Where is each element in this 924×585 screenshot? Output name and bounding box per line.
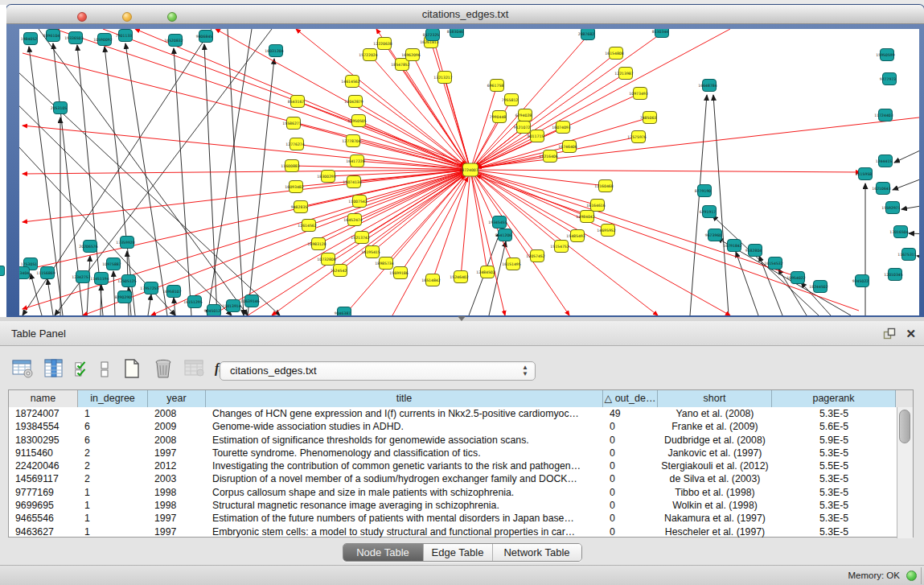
table-cell[interactable]: 49 bbox=[603, 407, 658, 420]
table-cell[interactable]: 5.3E-5 bbox=[772, 512, 896, 525]
table-cell[interactable]: 22420046 bbox=[9, 459, 78, 472]
table-cell[interactable]: Investigating the contribution of common… bbox=[206, 459, 603, 472]
table-row[interactable]: 1456911722003Disruption of a novel membe… bbox=[9, 472, 897, 485]
table-cell[interactable]: 2 bbox=[78, 459, 148, 472]
table-cell[interactable]: 5.5E-5 bbox=[772, 459, 896, 472]
table-cell[interactable]: 9777169 bbox=[9, 486, 78, 499]
table-cell[interactable]: 2008 bbox=[148, 407, 206, 420]
tab-node-table[interactable]: Node Table bbox=[343, 544, 424, 561]
window-minimize-button[interactable] bbox=[122, 12, 132, 22]
table-cell[interactable]: 1998 bbox=[148, 499, 206, 512]
table-cell[interactable]: 1998 bbox=[148, 486, 206, 499]
table-cell[interactable]: 9699695 bbox=[9, 499, 78, 512]
select-all-checks-button[interactable] bbox=[74, 357, 88, 380]
table-cell[interactable]: Tibbo et al. (1998) bbox=[658, 486, 772, 499]
table-row[interactable]: 946362711997Embryonic stem cells: a mode… bbox=[9, 525, 897, 538]
table-cell[interactable]: Embryonic stem cells: a model to study s… bbox=[206, 525, 603, 538]
table-cell[interactable]: 0 bbox=[603, 420, 658, 433]
table-cell[interactable]: 2 bbox=[78, 472, 148, 485]
table-cell[interactable]: Corpus callosum shape and size in male p… bbox=[206, 486, 603, 499]
table-row[interactable]: 977716911998Corpus callosum shape and si… bbox=[9, 486, 897, 499]
table-cell[interactable]: 2012 bbox=[148, 459, 206, 472]
close-panel-icon[interactable]: ✕ bbox=[906, 328, 916, 340]
combo-stepper-icon[interactable]: ▲▼ bbox=[522, 365, 528, 377]
table-cell[interactable]: 5.6E-5 bbox=[772, 420, 896, 433]
table-cell[interactable]: 0 bbox=[603, 434, 658, 447]
table-cell[interactable]: 19384554 bbox=[9, 420, 78, 433]
scrollbar-thumb[interactable] bbox=[899, 410, 910, 443]
table-row[interactable]: 2242004622012Investigating the contribut… bbox=[9, 459, 897, 472]
table-cell[interactable]: 5.3E-5 bbox=[772, 407, 896, 420]
window-titlebar[interactable]: citations_edges.txt bbox=[6, 5, 924, 24]
table-cell[interactable]: 6 bbox=[78, 420, 148, 433]
tab-network-table[interactable]: Network Table bbox=[493, 544, 581, 561]
table-mode-button[interactable] bbox=[11, 357, 34, 380]
table-cell[interactable]: Yano et al. (2008) bbox=[658, 407, 772, 420]
network-graph[interactable]: 8543167155862711277627411600883160934829… bbox=[19, 29, 919, 315]
window-zoom-button[interactable] bbox=[167, 12, 177, 22]
window-close-button[interactable] bbox=[77, 12, 87, 22]
table-cell[interactable]: 5.9E-5 bbox=[772, 434, 896, 447]
table-row[interactable]: 1938455462009Genome-wide association stu… bbox=[9, 420, 897, 433]
column-header-short[interactable]: short bbox=[658, 390, 772, 407]
show-columns-button[interactable] bbox=[43, 357, 65, 380]
table-cell[interactable]: Jankovic et al. (1997) bbox=[658, 447, 772, 459]
table-cell[interactable]: 0 bbox=[603, 472, 658, 485]
table-cell[interactable]: de Silva et al. (2003) bbox=[658, 472, 772, 485]
table-cell[interactable]: Genome-wide association studies in ADHD. bbox=[206, 420, 603, 433]
table-cell[interactable]: Structural magnetic resonance image aver… bbox=[206, 499, 603, 512]
table-cell[interactable]: 2009 bbox=[148, 420, 206, 433]
float-panel-icon[interactable] bbox=[883, 328, 896, 340]
table-cell[interactable]: 2008 bbox=[148, 434, 206, 447]
table-cell[interactable]: 5.3E-5 bbox=[772, 525, 896, 538]
network-canvas[interactable]: 8543167155862711277627411600883160934829… bbox=[19, 29, 919, 315]
table-cell[interactable]: 6 bbox=[78, 434, 148, 447]
table-cell[interactable]: 5.3E-5 bbox=[772, 486, 896, 499]
table-cell[interactable]: 18724007 bbox=[9, 407, 78, 420]
table-row[interactable]: 1872400712008Changes of HCN gene express… bbox=[9, 407, 897, 420]
table-row[interactable]: 1830029562008Estimation of significance … bbox=[9, 434, 897, 447]
vertical-scrollbar[interactable] bbox=[897, 407, 913, 538]
column-header-pagerank[interactable]: pagerank bbox=[772, 390, 896, 407]
table-cell[interactable]: 9463627 bbox=[9, 525, 78, 538]
table-cell[interactable]: 0 bbox=[603, 525, 658, 538]
table-cell[interactable]: 5.3E-5 bbox=[772, 472, 896, 485]
table-cell[interactable]: 1 bbox=[78, 512, 148, 525]
table-cell[interactable]: Wolkin et al. (1998) bbox=[658, 499, 772, 512]
delete-column-button[interactable] bbox=[152, 357, 175, 380]
table-cell[interactable]: 2003 bbox=[148, 472, 206, 485]
table-cell[interactable]: 0 bbox=[603, 447, 658, 459]
table-cell[interactable]: 9465546 bbox=[9, 512, 78, 525]
column-header-year[interactable]: year bbox=[148, 390, 206, 407]
table-cell[interactable]: Franke et al. (2009) bbox=[658, 420, 772, 433]
table-cell[interactable]: Disruption of a novel member of a sodium… bbox=[206, 472, 603, 485]
table-row[interactable]: 946554611997Estimation of the future num… bbox=[9, 512, 897, 525]
table-cell[interactable]: 0 bbox=[603, 486, 658, 499]
deselect-checks-button[interactable] bbox=[97, 357, 112, 380]
table-cell[interactable]: Hescheler et al. (1997) bbox=[658, 525, 772, 538]
table-cell[interactable]: Estimation of significance thresholds fo… bbox=[206, 434, 603, 447]
table-cell[interactable]: 1997 bbox=[148, 525, 206, 538]
table-cell[interactable]: 1997 bbox=[148, 447, 206, 459]
table-cell[interactable]: 0 bbox=[603, 512, 658, 525]
table-cell[interactable]: 1 bbox=[78, 525, 148, 538]
table-cell[interactable]: 0 bbox=[603, 499, 658, 512]
tab-edge-table[interactable]: Edge Table bbox=[424, 544, 493, 561]
table-cell[interactable]: 2 bbox=[78, 447, 148, 459]
column-header-out-de-[interactable]: △ out_de… bbox=[603, 390, 658, 407]
table-cell[interactable]: 1 bbox=[78, 499, 148, 512]
table-source-select[interactable]: citations_edges.txt ▲▼ bbox=[220, 361, 536, 381]
table-cell[interactable]: 1997 bbox=[148, 512, 206, 525]
table-cell[interactable]: 1 bbox=[78, 486, 148, 499]
table-cell[interactable]: 14569117 bbox=[9, 472, 78, 485]
table-cell[interactable]: 1 bbox=[78, 407, 148, 420]
table-cell[interactable]: Changes of HCN gene expression and I(f) … bbox=[206, 407, 603, 420]
table-cell[interactable]: 5.3E-5 bbox=[772, 447, 896, 459]
table-cell[interactable]: Stergiakouli et al. (2012) bbox=[658, 459, 772, 472]
table-cell[interactable]: 0 bbox=[603, 459, 658, 472]
new-column-button[interactable] bbox=[121, 357, 143, 380]
table-row[interactable]: 969969511998Structural magnetic resonanc… bbox=[9, 499, 897, 512]
table-cell[interactable]: 5.3E-5 bbox=[772, 499, 896, 512]
column-header-title[interactable]: title bbox=[206, 390, 603, 407]
table-cell[interactable]: Estimation of the future numbers of pati… bbox=[206, 512, 603, 525]
